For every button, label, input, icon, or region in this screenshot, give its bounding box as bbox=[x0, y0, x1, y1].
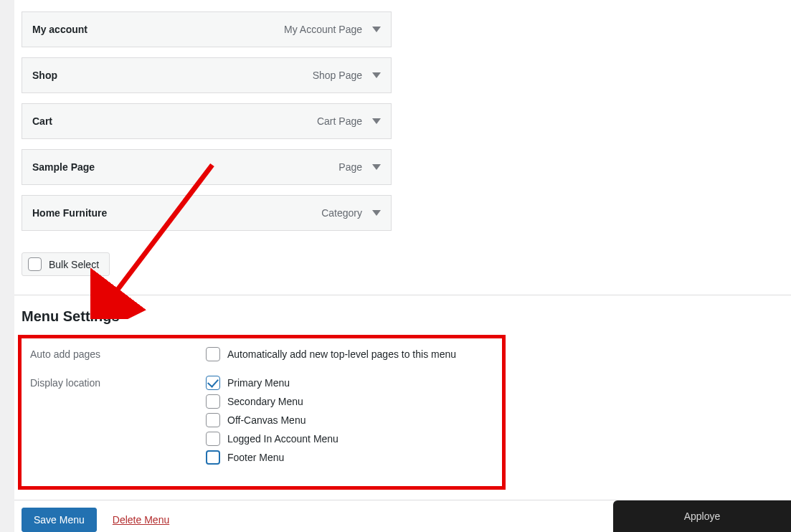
menu-item-type: My Account Page bbox=[284, 24, 362, 35]
checkbox-label: Automatically add new top-level pages to… bbox=[227, 348, 456, 360]
display-option-primary[interactable]: Primary Menu bbox=[206, 376, 491, 390]
auto-add-option[interactable]: Automatically add new top-level pages to… bbox=[206, 347, 491, 361]
auto-add-row: Auto add pages Automatically add new top… bbox=[30, 347, 491, 366]
menu-item-meta[interactable]: My Account Page bbox=[284, 24, 381, 35]
menu-item[interactable]: Shop Shop Page bbox=[22, 57, 392, 93]
bulk-select-row: Bulk Select bbox=[22, 252, 791, 276]
checkbox-icon bbox=[28, 257, 42, 271]
menu-settings-box: Auto add pages Automatically add new top… bbox=[18, 335, 506, 490]
checkbox-label: Off-Canvas Menu bbox=[227, 414, 305, 426]
menu-item[interactable]: My account My Account Page bbox=[22, 11, 392, 47]
checkbox[interactable] bbox=[206, 347, 220, 361]
checkbox[interactable] bbox=[206, 413, 220, 427]
checkbox-label: Secondary Menu bbox=[227, 396, 303, 407]
menu-item-title: Shop bbox=[32, 70, 57, 81]
save-menu-button[interactable]: Save Menu bbox=[22, 508, 97, 532]
bulk-select-label: Bulk Select bbox=[49, 259, 99, 270]
menu-item-meta[interactable]: Shop Page bbox=[313, 70, 381, 81]
auto-add-label: Auto add pages bbox=[30, 347, 206, 366]
checkbox-label: Footer Menu bbox=[227, 452, 284, 463]
menu-item-meta[interactable]: Page bbox=[338, 161, 381, 173]
display-location-label: Display location bbox=[30, 376, 206, 469]
page-root: My account My Account Page Shop Shop Pag… bbox=[0, 0, 791, 532]
menu-item-title: Cart bbox=[32, 115, 52, 127]
caret-down-icon bbox=[372, 27, 381, 32]
caret-down-icon bbox=[372, 164, 381, 170]
display-location-row: Display location Primary Menu Secondary … bbox=[30, 376, 491, 469]
menu-item[interactable]: Cart Cart Page bbox=[22, 103, 392, 139]
caret-down-icon bbox=[372, 210, 381, 216]
auto-add-controls: Automatically add new top-level pages to… bbox=[206, 347, 491, 366]
checkbox[interactable] bbox=[206, 432, 220, 446]
apploye-widget[interactable]: Apploye bbox=[613, 500, 791, 532]
delete-menu-link[interactable]: Delete Menu bbox=[113, 514, 169, 526]
bulk-select-button[interactable]: Bulk Select bbox=[22, 252, 110, 276]
checkbox[interactable] bbox=[206, 450, 220, 465]
menu-item-type: Shop Page bbox=[313, 70, 362, 81]
caret-down-icon bbox=[372, 118, 381, 124]
display-option-secondary[interactable]: Secondary Menu bbox=[206, 394, 491, 409]
menu-item-title: Home Furniture bbox=[32, 207, 107, 219]
display-option-offcanvas[interactable]: Off-Canvas Menu bbox=[206, 413, 491, 427]
display-option-footer[interactable]: Footer Menu bbox=[206, 450, 491, 465]
menu-item[interactable]: Home Furniture Category bbox=[22, 195, 392, 231]
menu-item-title: My account bbox=[32, 24, 87, 35]
apploye-label: Apploye bbox=[684, 510, 721, 522]
menu-item-meta[interactable]: Cart Page bbox=[317, 115, 381, 127]
menu-settings-title: Menu Settings bbox=[22, 308, 791, 325]
display-location-controls: Primary Menu Secondary Menu Off-Canvas M… bbox=[206, 376, 491, 469]
checkbox[interactable] bbox=[206, 376, 220, 390]
caret-down-icon bbox=[372, 72, 381, 78]
menu-item-type: Page bbox=[338, 161, 362, 173]
checkbox[interactable] bbox=[206, 394, 220, 409]
menu-item-type: Category bbox=[321, 207, 362, 219]
menu-item-meta[interactable]: Category bbox=[321, 207, 381, 219]
main-area: My account My Account Page Shop Shop Pag… bbox=[14, 0, 791, 532]
checkbox-label: Logged In Account Menu bbox=[227, 433, 338, 445]
menu-item-title: Sample Page bbox=[32, 161, 95, 173]
checkbox-label: Primary Menu bbox=[227, 377, 290, 389]
divider bbox=[14, 295, 791, 295]
display-option-loggedin[interactable]: Logged In Account Menu bbox=[206, 432, 491, 446]
menu-item[interactable]: Sample Page Page bbox=[22, 149, 392, 185]
menu-structure-list: My account My Account Page Shop Shop Pag… bbox=[14, 0, 791, 231]
menu-item-type: Cart Page bbox=[317, 115, 362, 127]
